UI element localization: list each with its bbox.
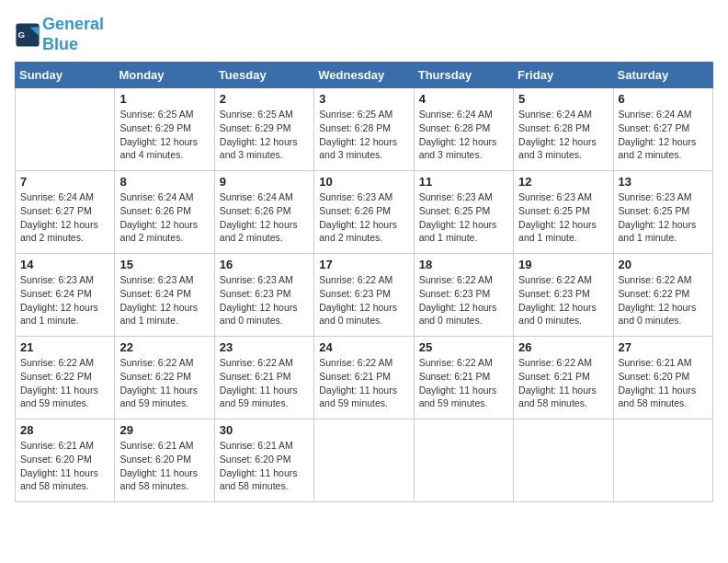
day-number: 11: [419, 175, 508, 189]
day-number: 15: [119, 258, 209, 271]
weekday-header: Wednesday: [314, 63, 414, 88]
calendar-cell: 3Sunrise: 6:25 AMSunset: 6:28 PMDaylight…: [314, 88, 414, 171]
day-number: 3: [319, 92, 408, 106]
calendar-cell: 19Sunrise: 6:22 AMSunset: 6:23 PMDayligh…: [514, 254, 613, 337]
calendar-cell: [414, 419, 513, 502]
day-number: 19: [518, 258, 608, 271]
day-info: Sunrise: 6:23 AMSunset: 6:23 PMDaylight:…: [220, 273, 309, 327]
day-info: Sunrise: 6:21 AMSunset: 6:20 PMDaylight:…: [220, 439, 309, 493]
calendar-cell: 14Sunrise: 6:23 AMSunset: 6:24 PMDayligh…: [16, 254, 115, 337]
day-number: 27: [619, 340, 708, 354]
calendar-cell: 10Sunrise: 6:23 AMSunset: 6:26 PMDayligh…: [314, 171, 414, 254]
calendar-cell: [613, 419, 712, 502]
calendar-cell: 26Sunrise: 6:22 AMSunset: 6:21 PMDayligh…: [514, 337, 613, 419]
day-info: Sunrise: 6:23 AMSunset: 6:24 PMDaylight:…: [119, 273, 209, 327]
day-number: 16: [220, 258, 309, 271]
day-number: 22: [119, 340, 209, 354]
day-info: Sunrise: 6:22 AMSunset: 6:21 PMDaylight:…: [518, 356, 608, 410]
calendar-cell: 30Sunrise: 6:21 AMSunset: 6:20 PMDayligh…: [214, 419, 313, 502]
day-number: 17: [319, 258, 408, 271]
calendar-cell: 18Sunrise: 6:22 AMSunset: 6:23 PMDayligh…: [414, 254, 513, 337]
day-info: Sunrise: 6:25 AMSunset: 6:29 PMDaylight:…: [119, 108, 209, 162]
day-info: Sunrise: 6:24 AMSunset: 6:27 PMDaylight:…: [619, 108, 708, 162]
day-info: Sunrise: 6:21 AMSunset: 6:20 PMDaylight:…: [119, 439, 209, 493]
calendar-cell: 24Sunrise: 6:22 AMSunset: 6:21 PMDayligh…: [314, 337, 414, 419]
day-info: Sunrise: 6:22 AMSunset: 6:21 PMDaylight:…: [220, 356, 309, 410]
svg-text:G: G: [18, 29, 26, 39]
day-number: 13: [619, 175, 708, 189]
day-info: Sunrise: 6:24 AMSunset: 6:26 PMDaylight:…: [220, 190, 309, 245]
day-number: 20: [619, 258, 708, 271]
day-info: Sunrise: 6:23 AMSunset: 6:24 PMDaylight:…: [20, 273, 109, 327]
calendar-cell: 2Sunrise: 6:25 AMSunset: 6:29 PMDaylight…: [214, 88, 313, 171]
day-info: Sunrise: 6:22 AMSunset: 6:22 PMDaylight:…: [119, 356, 209, 410]
day-number: 29: [119, 423, 209, 437]
day-number: 10: [319, 175, 408, 189]
day-number: 12: [518, 175, 608, 189]
day-number: 7: [20, 175, 109, 189]
day-info: Sunrise: 6:25 AMSunset: 6:29 PMDaylight:…: [220, 108, 309, 162]
calendar-cell: [314, 419, 414, 502]
day-number: 6: [619, 92, 708, 106]
day-number: 4: [419, 92, 508, 106]
logo: G GeneralBlue: [15, 15, 104, 54]
day-info: Sunrise: 6:23 AMSunset: 6:25 PMDaylight:…: [419, 190, 508, 245]
day-info: Sunrise: 6:22 AMSunset: 6:23 PMDaylight:…: [319, 273, 408, 327]
weekday-header: Monday: [115, 63, 214, 88]
day-info: Sunrise: 6:24 AMSunset: 6:28 PMDaylight:…: [419, 108, 508, 162]
calendar-cell: 13Sunrise: 6:23 AMSunset: 6:25 PMDayligh…: [613, 171, 712, 254]
day-info: Sunrise: 6:25 AMSunset: 6:28 PMDaylight:…: [319, 108, 408, 162]
calendar-cell: 1Sunrise: 6:25 AMSunset: 6:29 PMDaylight…: [115, 88, 214, 171]
day-info: Sunrise: 6:23 AMSunset: 6:26 PMDaylight:…: [319, 190, 408, 245]
calendar-cell: 28Sunrise: 6:21 AMSunset: 6:20 PMDayligh…: [16, 419, 115, 502]
calendar-cell: 21Sunrise: 6:22 AMSunset: 6:22 PMDayligh…: [16, 337, 115, 419]
calendar-cell: 8Sunrise: 6:24 AMSunset: 6:26 PMDaylight…: [115, 171, 214, 254]
day-info: Sunrise: 6:24 AMSunset: 6:27 PMDaylight:…: [20, 190, 109, 245]
day-info: Sunrise: 6:23 AMSunset: 6:25 PMDaylight:…: [518, 190, 608, 245]
weekday-header: Friday: [514, 63, 613, 88]
day-number: 25: [419, 340, 508, 354]
day-info: Sunrise: 6:21 AMSunset: 6:20 PMDaylight:…: [20, 439, 109, 493]
calendar-cell: 16Sunrise: 6:23 AMSunset: 6:23 PMDayligh…: [214, 254, 313, 337]
day-info: Sunrise: 6:22 AMSunset: 6:22 PMDaylight:…: [20, 356, 109, 410]
calendar-cell: 29Sunrise: 6:21 AMSunset: 6:20 PMDayligh…: [115, 419, 214, 502]
calendar-cell: 25Sunrise: 6:22 AMSunset: 6:21 PMDayligh…: [414, 337, 513, 419]
day-number: 21: [20, 340, 109, 354]
calendar-week: 1Sunrise: 6:25 AMSunset: 6:29 PMDaylight…: [16, 88, 713, 171]
calendar-cell: 27Sunrise: 6:21 AMSunset: 6:20 PMDayligh…: [613, 337, 712, 419]
calendar-week: 7Sunrise: 6:24 AMSunset: 6:27 PMDaylight…: [16, 171, 713, 254]
calendar-header: SundayMondayTuesdayWednesdayThursdayFrid…: [16, 63, 713, 88]
calendar-cell: 15Sunrise: 6:23 AMSunset: 6:24 PMDayligh…: [115, 254, 214, 337]
day-number: 5: [518, 92, 608, 106]
day-number: 9: [220, 175, 309, 189]
day-info: Sunrise: 6:21 AMSunset: 6:20 PMDaylight:…: [619, 356, 708, 410]
calendar-cell: 7Sunrise: 6:24 AMSunset: 6:27 PMDaylight…: [16, 171, 115, 254]
calendar-cell: 22Sunrise: 6:22 AMSunset: 6:22 PMDayligh…: [115, 337, 214, 419]
calendar-cell: 6Sunrise: 6:24 AMSunset: 6:27 PMDaylight…: [613, 88, 712, 171]
calendar-cell: 20Sunrise: 6:22 AMSunset: 6:22 PMDayligh…: [613, 254, 712, 337]
calendar-cell: [16, 88, 115, 171]
day-number: 1: [119, 92, 209, 106]
weekday-header: Saturday: [613, 63, 712, 88]
day-number: 14: [20, 258, 109, 271]
weekday-header: Tuesday: [214, 63, 313, 88]
calendar-cell: [514, 419, 613, 502]
day-number: 28: [20, 423, 109, 437]
calendar-cell: 12Sunrise: 6:23 AMSunset: 6:25 PMDayligh…: [514, 171, 613, 254]
calendar-cell: 9Sunrise: 6:24 AMSunset: 6:26 PMDaylight…: [214, 171, 313, 254]
calendar-week: 28Sunrise: 6:21 AMSunset: 6:20 PMDayligh…: [16, 419, 713, 502]
day-number: 18: [419, 258, 508, 271]
calendar-cell: 4Sunrise: 6:24 AMSunset: 6:28 PMDaylight…: [414, 88, 513, 171]
page-header: G GeneralBlue: [15, 15, 713, 54]
day-info: Sunrise: 6:22 AMSunset: 6:21 PMDaylight:…: [419, 356, 508, 410]
day-number: 26: [518, 340, 608, 354]
weekday-header: Sunday: [16, 63, 115, 88]
day-info: Sunrise: 6:22 AMSunset: 6:21 PMDaylight:…: [319, 356, 408, 410]
calendar-cell: 5Sunrise: 6:24 AMSunset: 6:28 PMDaylight…: [514, 88, 613, 171]
day-number: 2: [220, 92, 309, 106]
calendar-cell: 17Sunrise: 6:22 AMSunset: 6:23 PMDayligh…: [314, 254, 414, 337]
logo-icon: G: [15, 22, 40, 48]
day-info: Sunrise: 6:22 AMSunset: 6:23 PMDaylight:…: [419, 273, 508, 327]
day-number: 24: [319, 340, 408, 354]
weekday-header: Thursday: [414, 63, 513, 88]
